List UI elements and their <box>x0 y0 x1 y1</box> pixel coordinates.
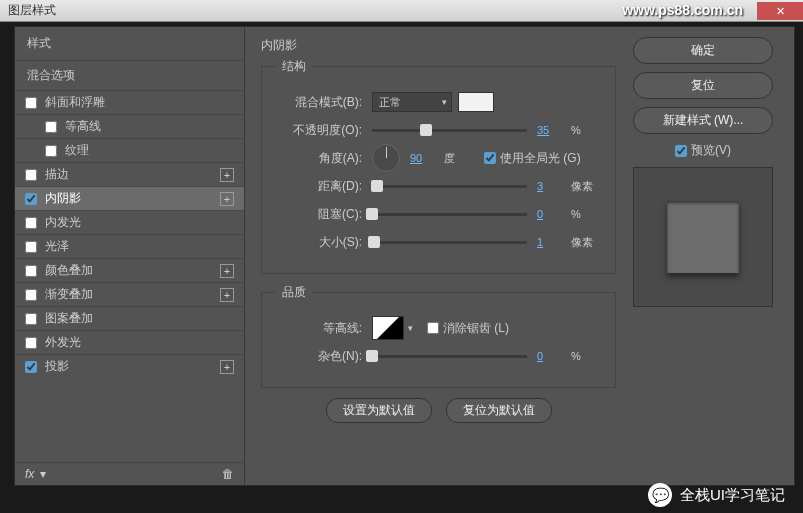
style-checkbox[interactable] <box>45 121 57 133</box>
choke-value[interactable]: 0 <box>537 208 571 220</box>
sidebar-footer: fx ▾ 🗑 <box>15 462 244 485</box>
sidebar-item-label: 图案叠加 <box>45 310 93 327</box>
sidebar-item-label: 内发光 <box>45 214 81 231</box>
size-label: 大小(S): <box>276 234 362 251</box>
sidebar-item-label: 颜色叠加 <box>45 262 93 279</box>
choke-label: 阻塞(C): <box>276 206 362 223</box>
opacity-unit: % <box>571 124 601 136</box>
sidebar-item-2[interactable]: 纹理 <box>15 138 244 162</box>
sidebar-item-6[interactable]: 光泽 <box>15 234 244 258</box>
blend-mode-select[interactable]: 正常 <box>372 92 452 112</box>
add-instance-button[interactable]: + <box>220 168 234 182</box>
antialias-checkbox[interactable]: 消除锯齿 (L) <box>427 320 509 337</box>
sidebar-item-1[interactable]: 等高线 <box>15 114 244 138</box>
quality-legend: 品质 <box>276 284 312 301</box>
sidebar-item-9[interactable]: 图案叠加 <box>15 306 244 330</box>
preview-checkbox[interactable]: 预览(V) <box>675 142 731 159</box>
angle-dial[interactable] <box>372 144 400 172</box>
wechat-icon: 💬 <box>648 483 672 507</box>
trash-icon[interactable]: 🗑 <box>222 467 234 481</box>
sidebar-item-label: 内阴影 <box>45 190 81 207</box>
style-checkbox[interactable] <box>25 169 37 181</box>
sidebar-blend-options[interactable]: 混合选项 <box>15 60 244 90</box>
titlebar: 图层样式 www.ps88.com.cn ✕ <box>0 0 803 22</box>
effect-title: 内阴影 <box>261 37 616 54</box>
style-checkbox[interactable] <box>25 289 37 301</box>
choke-slider[interactable] <box>372 213 527 216</box>
chevron-down-icon[interactable]: ▾ <box>408 323 413 333</box>
style-checkbox[interactable] <box>25 241 37 253</box>
sidebar-item-label: 外发光 <box>45 334 81 351</box>
style-checkbox[interactable] <box>25 193 37 205</box>
noise-slider[interactable] <box>372 355 527 358</box>
sidebar-item-label: 投影 <box>45 358 69 375</box>
noise-label: 杂色(N): <box>276 348 362 365</box>
new-style-button[interactable]: 新建样式 (W)... <box>633 107 773 134</box>
sidebar-item-5[interactable]: 内发光 <box>15 210 244 234</box>
shadow-color-swatch[interactable] <box>458 92 494 112</box>
angle-value[interactable]: 90 <box>410 152 444 164</box>
content-area: 内阴影 结构 混合模式(B): 正常 不透明度(O): 35 % 角度(A): <box>245 27 794 485</box>
structure-legend: 结构 <box>276 58 312 75</box>
add-instance-button[interactable]: + <box>220 288 234 302</box>
style-checkbox[interactable] <box>25 361 37 373</box>
size-unit: 像素 <box>571 235 601 250</box>
sidebar-item-8[interactable]: 渐变叠加+ <box>15 282 244 306</box>
watermark: www.ps88.com.cn <box>622 2 743 18</box>
sidebar-item-3[interactable]: 描边+ <box>15 162 244 186</box>
sidebar-header: 样式 <box>15 27 244 60</box>
noise-unit: % <box>571 350 601 362</box>
angle-unit: 度 <box>444 151 474 166</box>
style-checkbox[interactable] <box>45 145 57 157</box>
right-column: 确定 复位 新建样式 (W)... 预览(V) <box>628 37 778 475</box>
blend-mode-label: 混合模式(B): <box>276 94 362 111</box>
contour-picker[interactable] <box>372 316 404 340</box>
sidebar-item-0[interactable]: 斜面和浮雕 <box>15 90 244 114</box>
credit: 💬 全栈UI学习笔记 <box>648 483 785 507</box>
structure-group: 结构 混合模式(B): 正常 不透明度(O): 35 % 角度(A): 90 <box>261 58 616 274</box>
add-instance-button[interactable]: + <box>220 192 234 206</box>
window-title: 图层样式 <box>8 2 56 19</box>
distance-unit: 像素 <box>571 179 601 194</box>
main-dialog: 样式 混合选项 斜面和浮雕等高线纹理描边+内阴影+内发光光泽颜色叠加+渐变叠加+… <box>14 26 795 486</box>
sidebar-item-11[interactable]: 投影+ <box>15 354 244 378</box>
sidebar-item-10[interactable]: 外发光 <box>15 330 244 354</box>
chevron-down-icon[interactable]: ▾ <box>40 467 46 481</box>
sidebar-item-label: 渐变叠加 <box>45 286 93 303</box>
noise-value[interactable]: 0 <box>537 350 571 362</box>
sidebar-item-label: 斜面和浮雕 <box>45 94 105 111</box>
distance-label: 距离(D): <box>276 178 362 195</box>
distance-slider[interactable] <box>372 185 527 188</box>
sidebar-item-label: 等高线 <box>65 118 101 135</box>
sidebar-item-4[interactable]: 内阴影+ <box>15 186 244 210</box>
angle-label: 角度(A): <box>276 150 362 167</box>
ok-button[interactable]: 确定 <box>633 37 773 64</box>
sidebar-item-label: 纹理 <box>65 142 89 159</box>
style-checkbox[interactable] <box>25 337 37 349</box>
sidebar-item-7[interactable]: 颜色叠加+ <box>15 258 244 282</box>
style-checkbox[interactable] <box>25 313 37 325</box>
preview-box <box>633 167 773 307</box>
opacity-value[interactable]: 35 <box>537 124 571 136</box>
style-checkbox[interactable] <box>25 217 37 229</box>
close-button[interactable]: ✕ <box>757 2 803 20</box>
style-checkbox[interactable] <box>25 265 37 277</box>
size-value[interactable]: 1 <box>537 236 571 248</box>
make-default-button[interactable]: 设置为默认值 <box>326 398 432 423</box>
quality-group: 品质 等高线: ▾ 消除锯齿 (L) 杂色(N): 0 % <box>261 284 616 388</box>
settings-panel: 内阴影 结构 混合模式(B): 正常 不透明度(O): 35 % 角度(A): <box>261 37 616 475</box>
opacity-label: 不透明度(O): <box>276 122 362 139</box>
distance-value[interactable]: 3 <box>537 180 571 192</box>
cancel-button[interactable]: 复位 <box>633 72 773 99</box>
contour-label: 等高线: <box>276 320 362 337</box>
add-instance-button[interactable]: + <box>220 264 234 278</box>
add-instance-button[interactable]: + <box>220 360 234 374</box>
sidebar-item-label: 光泽 <box>45 238 69 255</box>
size-slider[interactable] <box>372 241 527 244</box>
opacity-slider[interactable] <box>372 129 527 132</box>
styles-sidebar: 样式 混合选项 斜面和浮雕等高线纹理描边+内阴影+内发光光泽颜色叠加+渐变叠加+… <box>15 27 245 485</box>
fx-icon[interactable]: fx <box>25 467 34 481</box>
global-light-checkbox[interactable]: 使用全局光 (G) <box>484 150 581 167</box>
style-checkbox[interactable] <box>25 97 37 109</box>
reset-default-button[interactable]: 复位为默认值 <box>446 398 552 423</box>
